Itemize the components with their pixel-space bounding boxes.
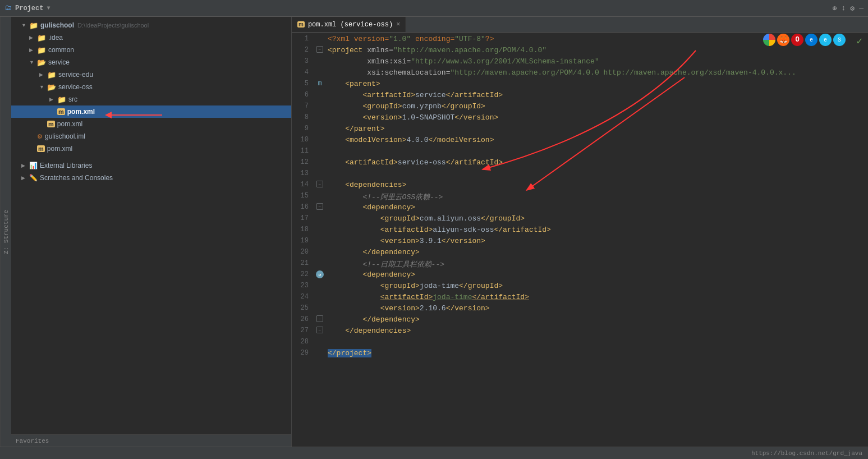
tree-item-service-oss[interactable]: ▼ 📂 service-oss: [11, 81, 291, 93]
arrow-right-scratch: ▶: [21, 175, 29, 181]
line-num-1: 1: [292, 35, 314, 43]
line-content-9: </parent>: [325, 125, 868, 133]
tree-item-pom-service[interactable]: m pom.xml: [11, 118, 291, 130]
code-line-21: 21 <!--日期工具栏依赖-->: [292, 259, 868, 270]
line-content-11: [325, 147, 868, 155]
common-folder-icon: 📁: [37, 46, 46, 54]
line-num-13: 13: [292, 169, 314, 177]
code-line-22: 22 ↺ <dependency>: [292, 270, 868, 282]
tree-item-idea[interactable]: ▶ 📁 .idea: [11, 31, 291, 44]
line-content-13: [325, 169, 868, 178]
arrow-down-icon2: ▼: [29, 59, 37, 65]
ie-icon[interactable]: e: [819, 34, 832, 46]
project-dropdown-icon[interactable]: ▼: [47, 5, 50, 11]
firefox-icon[interactable]: 🦊: [777, 34, 789, 46]
arrow-right-icon2: ▶: [29, 47, 37, 53]
tree-item-pom-service-oss[interactable]: m pom.xml: [11, 105, 291, 118]
title-bar-left: 🗂 Project ▼: [4, 4, 50, 12]
gutter-22: ↺: [314, 270, 325, 278]
tree-item-common[interactable]: ▶ 📁 common: [11, 44, 291, 56]
code-line-14: 14 − <dependencies>: [292, 181, 868, 192]
settings-icon[interactable]: ⚙: [850, 4, 855, 13]
ext-lib-icon: 📊: [29, 162, 38, 169]
line-content-5: <parent>: [325, 80, 868, 88]
gutter-16: −: [314, 203, 325, 210]
editor-tabs: m pom.xml (service-oss) ×: [292, 17, 868, 33]
line-num-21: 21: [292, 259, 314, 267]
line-content-6: <artifactId>service</artifactId>: [325, 91, 868, 99]
common-label: common: [48, 46, 74, 54]
pom-service-label: pom.xml: [57, 120, 82, 128]
tree-item-external-libraries[interactable]: ▶ 📊 External Libraries: [11, 159, 291, 172]
line-content-14: <dependencies>: [325, 181, 868, 189]
line-content-2: <project xmlns="http://maven.apache.org/…: [325, 46, 868, 54]
line-num-26: 26: [292, 315, 314, 323]
idea-label: .idea: [48, 34, 63, 42]
line-content-15: <!--阿里云OSS依赖-->: [325, 192, 868, 202]
code-editor[interactable]: 1 <?xml version="1.0" encoding="UTF-8"?>…: [292, 33, 868, 447]
line-num-27: 27: [292, 327, 314, 334]
status-url: https://blog.csdn.net/grd_java: [751, 450, 862, 457]
code-line-11: 11: [292, 147, 868, 158]
gutter-26: −: [314, 315, 325, 322]
tab-xml-icon: m: [297, 21, 305, 27]
tree-item-scratches[interactable]: ▶ ✏️ Scratches and Consoles: [11, 172, 291, 184]
editor-area: m pom.xml (service-oss) × 🦊 O e e S ✓: [292, 17, 868, 447]
structure-tab[interactable]: Z: Structure: [0, 17, 11, 447]
tree-item-pom-root[interactable]: m pom.xml: [11, 143, 291, 155]
line-content-29: </project>: [325, 349, 868, 357]
line-num-19: 19: [292, 237, 314, 245]
editor-tab-pom[interactable]: m pom.xml (service-oss) ×: [292, 17, 406, 32]
tree-item-service-edu[interactable]: ▶ 📁 service-edu: [11, 68, 291, 81]
minimize-icon[interactable]: —: [859, 4, 864, 13]
code-line-2: 2 − <project xmlns="http://maven.apache.…: [292, 46, 868, 57]
line-content-24: <artifactId>joda-time</artifactId>: [325, 293, 868, 301]
code-line-28: 28: [292, 338, 868, 349]
arrow-down-icon3: ▼: [39, 84, 47, 90]
edge-icon[interactable]: e: [805, 34, 818, 46]
line-content-4: xsi:schemaLocation="http://maven.apache.…: [325, 68, 868, 77]
green-check-icon: ✓: [856, 35, 862, 47]
line-num-3: 3: [292, 57, 314, 65]
line-num-16: 16: [292, 203, 314, 211]
pom-service-xml-icon: m: [47, 121, 55, 127]
code-line-4: 4 xsi:schemaLocation="http://maven.apach…: [292, 68, 868, 80]
code-line-9: 9 </parent>: [292, 125, 868, 136]
line-content-7: <groupId>com.yzpnb</groupId>: [325, 102, 868, 111]
code-line-6: 6 <artifactId>service</artifactId>: [292, 91, 868, 102]
tree-item-gulischool[interactable]: ▼ 📁 gulischool D:\IdeaProjects\gulischoo…: [11, 19, 291, 31]
locate-icon[interactable]: ⊕: [833, 4, 837, 13]
line-content-10: <modelVersion>4.0.0</modelVersion>: [325, 136, 868, 144]
src-label: src: [68, 95, 77, 103]
collapse-icon[interactable]: ↕: [842, 4, 846, 13]
code-line-12: 12 <artifactId>service-oss</artifactId>: [292, 158, 868, 169]
src-folder-icon: 📁: [57, 95, 66, 104]
project-label[interactable]: Project: [15, 4, 43, 12]
favorites-label: Favorites: [16, 438, 49, 444]
line-content-19: <version>3.9.1</version>: [325, 237, 868, 245]
tab-close-btn[interactable]: ×: [396, 21, 400, 29]
line-num-29: 29: [292, 349, 314, 357]
scratches-label: Scratches and Consoles: [40, 174, 113, 182]
arrow-right-icon: ▶: [29, 35, 37, 40]
tree-item-service[interactable]: ▼ 📂 service: [11, 56, 291, 68]
line-content-23: <groupId>joda-time</groupId>: [325, 282, 868, 290]
chrome-icon[interactable]: [763, 34, 775, 46]
arrow-right-icon3: ▶: [39, 72, 47, 77]
project-folder-icon: 📁: [29, 21, 38, 30]
gutter-5: m: [314, 80, 325, 88]
tree-item-src[interactable]: ▶ 📁 src: [11, 93, 291, 105]
gutter-27: −: [314, 327, 325, 333]
arrow-down-icon: ▼: [21, 22, 29, 28]
browser-icons-panel: 🦊 O e e S: [763, 34, 846, 46]
opera-icon[interactable]: O: [791, 34, 803, 46]
line-num-4: 4: [292, 68, 314, 76]
line-num-14: 14: [292, 181, 314, 189]
favorites-tab[interactable]: Favorites: [11, 434, 291, 447]
line-num-7: 7: [292, 102, 314, 110]
line-content-25: <version>2.10.6</version>: [325, 304, 868, 313]
line-content-18: <artifactId>aliyun-sdk-oss</artifactId>: [325, 226, 868, 234]
safari-icon[interactable]: S: [833, 34, 846, 46]
idea-folder-icon: 📁: [37, 34, 46, 42]
tree-item-gulischool-iml[interactable]: ⚙ gulischool.iml: [11, 130, 291, 143]
